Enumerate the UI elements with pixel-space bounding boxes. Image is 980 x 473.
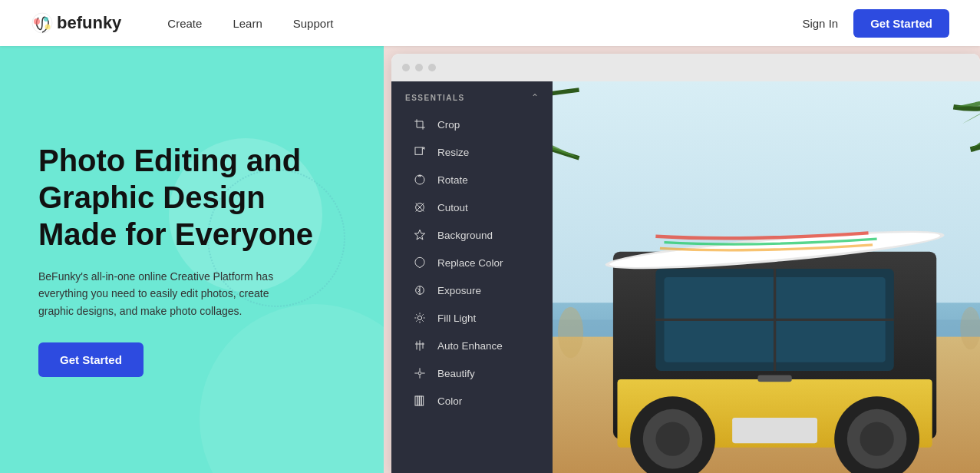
svg-line-18 xyxy=(416,314,417,315)
essentials-label: ESSENTIALS xyxy=(405,94,465,102)
rotate-label: Rotate xyxy=(437,174,468,186)
nav-create[interactable]: Create xyxy=(167,17,202,30)
header: befunky Create Learn Support Sign In Get… xyxy=(0,0,980,46)
svg-rect-4 xyxy=(415,147,422,154)
svg-point-26 xyxy=(418,372,421,375)
svg-point-1 xyxy=(34,18,40,25)
main-content: Photo Editing and Graphic Design Made fo… xyxy=(0,0,980,473)
fill-light-label: Fill Light xyxy=(437,313,476,324)
header-actions: Sign In Get Started xyxy=(802,9,949,38)
logo[interactable]: befunky xyxy=(31,12,121,35)
get-started-hero-button[interactable]: Get Started xyxy=(38,342,144,377)
hero-section: Photo Editing and Graphic Design Made fo… xyxy=(0,46,384,473)
sidebar-item-exposure[interactable]: Exposure xyxy=(391,276,553,304)
beautify-icon xyxy=(413,366,427,380)
main-nav: Create Learn Support xyxy=(167,17,333,30)
browser-dot-2 xyxy=(415,64,423,71)
browser-mockup: ESSENTIALS ⌃ Crop xyxy=(391,54,980,473)
svg-point-59 xyxy=(558,307,583,359)
replace-color-icon xyxy=(413,256,427,270)
sidebar-item-background[interactable]: Background xyxy=(391,221,553,249)
svg-point-2 xyxy=(44,17,48,22)
svg-marker-10 xyxy=(414,230,424,240)
sidebar-item-color[interactable]: Color xyxy=(391,387,553,415)
svg-point-13 xyxy=(417,316,421,319)
cutout-icon xyxy=(413,200,427,214)
fill-light-icon xyxy=(413,311,427,325)
rotate-icon xyxy=(413,173,427,187)
resize-label: Resize xyxy=(437,147,469,158)
nav-support[interactable]: Support xyxy=(293,17,334,30)
hero-description: BeFunky's all-in-one online Creative Pla… xyxy=(38,268,284,319)
sidebar-item-replace-color[interactable]: Replace Color xyxy=(391,249,553,276)
background-label: Background xyxy=(437,230,493,241)
browser-content: ESSENTIALS ⌃ Crop xyxy=(391,81,980,473)
sidebar-item-rotate[interactable]: Rotate xyxy=(391,166,553,194)
photo-canvas xyxy=(553,81,980,473)
exposure-label: Exposure xyxy=(437,285,481,296)
hero-content: Photo Editing and Graphic Design Made fo… xyxy=(38,142,345,377)
sign-in-link[interactable]: Sign In xyxy=(802,17,838,30)
svg-point-60 xyxy=(960,307,980,349)
browser-dot-3 xyxy=(428,64,436,71)
get-started-header-button[interactable]: Get Started xyxy=(853,9,949,38)
editor-sidebar: ESSENTIALS ⌃ Crop xyxy=(391,81,553,473)
auto-enhance-icon xyxy=(413,339,427,352)
svg-rect-51 xyxy=(757,375,791,382)
exposure-icon xyxy=(413,283,427,297)
essentials-section-header: ESSENTIALS ⌃ xyxy=(391,81,553,111)
replace-color-label: Replace Color xyxy=(437,257,503,269)
svg-line-21 xyxy=(416,320,417,321)
color-label: Color xyxy=(437,395,462,407)
beautify-label: Beautify xyxy=(437,368,475,379)
auto-enhance-label: Auto Enhance xyxy=(437,340,503,352)
svg-line-20 xyxy=(422,314,423,315)
sidebar-item-cutout[interactable]: Cutout xyxy=(391,194,553,221)
hero-title: Photo Editing and Graphic Design Made fo… xyxy=(38,142,345,253)
color-icon xyxy=(413,394,427,408)
svg-point-54 xyxy=(655,422,689,455)
sidebar-item-auto-enhance[interactable]: Auto Enhance xyxy=(391,332,553,359)
cutout-label: Cutout xyxy=(437,202,468,213)
sidebar-item-resize[interactable]: Resize xyxy=(391,138,553,166)
crop-label: Crop xyxy=(437,119,460,131)
logo-text: befunky xyxy=(57,13,121,33)
resize-icon xyxy=(413,145,427,159)
browser-bar xyxy=(391,54,980,81)
svg-rect-58 xyxy=(732,418,817,443)
svg-point-57 xyxy=(860,422,893,455)
svg-rect-38 xyxy=(421,396,424,405)
chevron-up-icon[interactable]: ⌃ xyxy=(531,92,539,103)
svg-line-19 xyxy=(422,320,423,321)
svg-point-3 xyxy=(45,25,51,30)
sidebar-item-crop[interactable]: Crop xyxy=(391,111,553,138)
sidebar-item-fill-light[interactable]: Fill Light xyxy=(391,304,553,332)
browser-dot-1 xyxy=(402,64,410,71)
nav-learn[interactable]: Learn xyxy=(233,17,262,30)
sidebar-item-beautify[interactable]: Beautify xyxy=(391,359,553,387)
background-icon xyxy=(413,228,427,242)
crop-icon xyxy=(413,117,427,131)
app-mockup-section: ESSENTIALS ⌃ Crop xyxy=(384,46,980,473)
beach-scene xyxy=(553,81,980,473)
